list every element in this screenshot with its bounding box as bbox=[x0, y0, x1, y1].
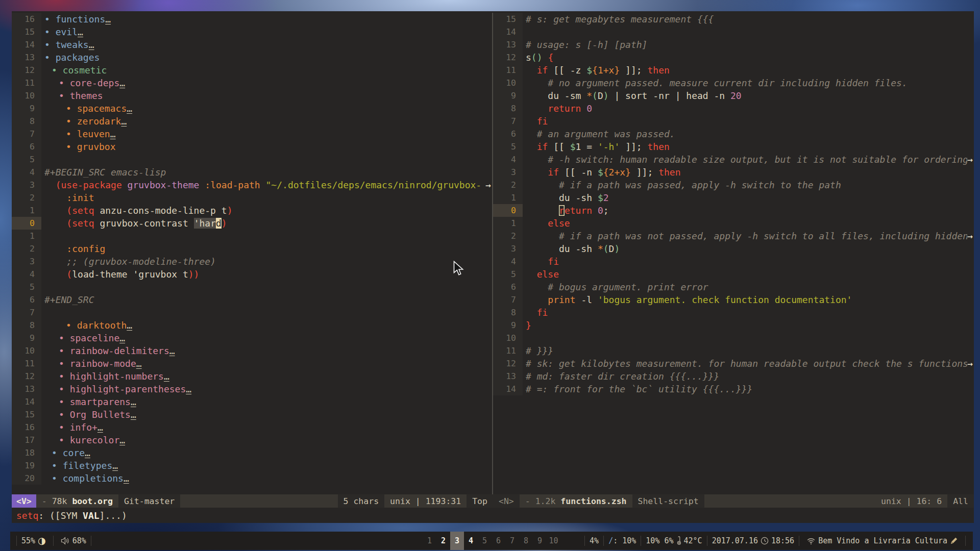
code-line[interactable]: 7• leuven… bbox=[12, 128, 492, 140]
code-line[interactable]: 12• highlight-numbers… bbox=[12, 370, 492, 383]
code-line[interactable]: 11• core-deps… bbox=[12, 77, 492, 89]
disk-root-label: / bbox=[608, 536, 613, 545]
line-text: (setq anzu-cons-mode-line-p t) bbox=[41, 204, 492, 217]
line-number: 5 bbox=[493, 268, 523, 281]
code-line[interactable]: 6#+END_SRC bbox=[12, 293, 492, 306]
echo-area[interactable]: setq: ([SYM VAL]...) bbox=[12, 508, 974, 523]
line-text: fi bbox=[523, 255, 974, 268]
code-line[interactable]: 8• zerodark… bbox=[12, 115, 492, 128]
code-line[interactable]: 8 fi bbox=[493, 306, 974, 319]
code-line[interactable]: 1 bbox=[12, 230, 492, 242]
code-line[interactable]: 14• smartparens… bbox=[12, 395, 492, 408]
workspace-button-7[interactable]: 7 bbox=[505, 532, 519, 550]
code-line[interactable]: 3 ;; (gruvbox-modeline-three) bbox=[12, 255, 492, 268]
code-line[interactable]: 1 du -sh $2 bbox=[493, 191, 974, 204]
code-line[interactable]: 9• spacemacs… bbox=[12, 102, 492, 115]
code-line[interactable]: 4 (load-theme 'gruvbox t)) bbox=[12, 268, 492, 281]
volume-icon bbox=[61, 537, 70, 545]
line-number: 6 bbox=[493, 128, 523, 140]
code-line[interactable]: 5 bbox=[12, 281, 492, 293]
line-number: 6 bbox=[493, 281, 523, 293]
code-line[interactable]: 11# }}} bbox=[493, 344, 974, 357]
workspace-button-10[interactable]: 10 bbox=[547, 532, 560, 550]
code-line[interactable]: 13• highlight-parentheses… bbox=[12, 383, 492, 395]
code-line[interactable]: 11 if [[ -z ${1+x} ]]; then bbox=[493, 64, 974, 77]
code-line[interactable]: 20• completions… bbox=[12, 472, 492, 485]
workspace-button-1[interactable]: 1 bbox=[423, 532, 436, 550]
separator bbox=[16, 536, 17, 546]
line-number: 15 bbox=[493, 13, 523, 26]
code-line[interactable]: 8• darktooth… bbox=[12, 319, 492, 332]
code-line[interactable]: 16• functions… bbox=[12, 13, 492, 26]
line-number: 10 bbox=[12, 344, 41, 357]
line-number: 17 bbox=[12, 434, 41, 446]
code-line[interactable]: 5 bbox=[12, 153, 492, 166]
workspace-button-4[interactable]: 4 bbox=[464, 532, 478, 550]
editor-pane-boot-org[interactable]: 16• functions…15• evil…14• tweaks…13• pa… bbox=[12, 13, 492, 494]
date: 2017.07.16 bbox=[712, 536, 758, 545]
code-line[interactable]: 15# s: get megabytes measurement {{{ bbox=[493, 13, 974, 26]
workspace-button-8[interactable]: 8 bbox=[519, 532, 533, 550]
code-line[interactable]: 7 bbox=[12, 306, 492, 319]
code-line[interactable]: 7 fi bbox=[493, 115, 974, 128]
code-line[interactable]: 13# usage: s [-h] [path] bbox=[493, 38, 974, 51]
code-line[interactable]: 15• Org Bullets… bbox=[12, 408, 492, 421]
code-line[interactable]: 9• spaceline… bbox=[12, 332, 492, 344]
line-number: 9 bbox=[12, 102, 41, 115]
code-line[interactable]: 2 :config bbox=[12, 242, 492, 255]
code-line[interactable]: 6 # bogus argument. print error bbox=[493, 281, 974, 293]
code-line[interactable]: 13• packages bbox=[12, 51, 492, 64]
code-line[interactable]: 4#+BEGIN_SRC emacs-lisp bbox=[12, 166, 492, 179]
code-line[interactable]: 19• filetypes… bbox=[12, 459, 492, 472]
code-line[interactable]: 1 else bbox=[493, 217, 974, 230]
code-line[interactable]: 10• rainbow-delimiters… bbox=[12, 344, 492, 357]
code-line[interactable]: 15• evil… bbox=[12, 26, 492, 38]
code-line[interactable]: 3 (use-package gruvbox-theme :load-path … bbox=[12, 179, 492, 191]
code-line[interactable]: 11• rainbow-mode… bbox=[12, 357, 492, 370]
workspace-button-5[interactable]: 5 bbox=[478, 532, 492, 550]
buffer-info: - 1.2k functions.zsh bbox=[520, 494, 632, 508]
code-line[interactable]: 6• gruvbox bbox=[12, 140, 492, 153]
code-line[interactable]: 14 bbox=[493, 26, 974, 38]
code-line[interactable]: 14# =: front for the `bc` utility {{{...… bbox=[493, 383, 974, 395]
code-line[interactable]: 12# sk: get kilobytes measurement. for h… bbox=[493, 357, 974, 370]
code-line[interactable]: 4 # -h switch: human readable size outpu… bbox=[493, 153, 974, 166]
code-line[interactable]: 9} bbox=[493, 319, 974, 332]
code-line[interactable]: 6 # an argument was passed. bbox=[493, 128, 974, 140]
code-line[interactable]: 8 return 0 bbox=[493, 102, 974, 115]
code-line[interactable]: 0 (setq gruvbox-contrast 'hard) bbox=[12, 217, 492, 230]
desktop-wallpaper: 16• functions…15• evil…14• tweaks…13• pa… bbox=[0, 0, 980, 551]
code-line[interactable]: 10• themes bbox=[12, 89, 492, 102]
code-line[interactable]: 7 print -l 'bogus argument. check functi… bbox=[493, 293, 974, 306]
code-line[interactable]: 3 if [[ -n ${2+x} ]]; then bbox=[493, 166, 974, 179]
code-line[interactable]: 12s() { bbox=[493, 51, 974, 64]
code-line[interactable]: 13# md: faster dir creation {{{...}}} bbox=[493, 370, 974, 383]
workspace-button-6[interactable]: 6 bbox=[492, 532, 505, 550]
workspace-button-9[interactable]: 9 bbox=[533, 532, 547, 550]
code-line[interactable]: 5 if [[ $1 = '-h' ]]; then bbox=[493, 140, 974, 153]
code-line[interactable]: 9 du -sm *(D) | sort -nr | head -n 20 bbox=[493, 89, 974, 102]
cpu-percent: 4% bbox=[590, 536, 599, 545]
brightness-percent: 55% bbox=[21, 536, 35, 545]
disk-root-usage: : 10% bbox=[613, 536, 636, 545]
code-line[interactable]: 16• info+… bbox=[12, 421, 492, 434]
code-line[interactable]: 14• tweaks… bbox=[12, 38, 492, 51]
wifi-icon bbox=[806, 537, 816, 545]
code-line[interactable]: 5 else bbox=[493, 268, 974, 281]
code-line[interactable]: 2 # if a path was not passed, apply -h s… bbox=[493, 230, 974, 242]
code-line[interactable]: 10 bbox=[493, 332, 974, 344]
workspace-button-2[interactable]: 2 bbox=[436, 532, 450, 550]
editor-pane-functions-zsh[interactable]: 15# s: get megabytes measurement {{{1413… bbox=[493, 13, 974, 494]
code-line[interactable]: 10 # no argument passed. measure current… bbox=[493, 77, 974, 89]
code-line[interactable]: 2 # if a path was passed, apply -h switc… bbox=[493, 179, 974, 191]
code-line[interactable]: 1 (setq anzu-cons-mode-line-p t) bbox=[12, 204, 492, 217]
line-text: du -sh $2 bbox=[523, 191, 974, 204]
code-line[interactable]: 0 return 0; bbox=[493, 204, 974, 217]
code-line[interactable]: 17• kurecolor… bbox=[12, 434, 492, 446]
code-line[interactable]: 3 du -sh *(D) bbox=[493, 242, 974, 255]
code-line[interactable]: 4 fi bbox=[493, 255, 974, 268]
code-line[interactable]: 18• core… bbox=[12, 446, 492, 459]
workspace-button-3[interactable]: 3 bbox=[450, 532, 464, 550]
code-line[interactable]: 2 :init bbox=[12, 191, 492, 204]
code-line[interactable]: 12• cosmetic bbox=[12, 64, 492, 77]
